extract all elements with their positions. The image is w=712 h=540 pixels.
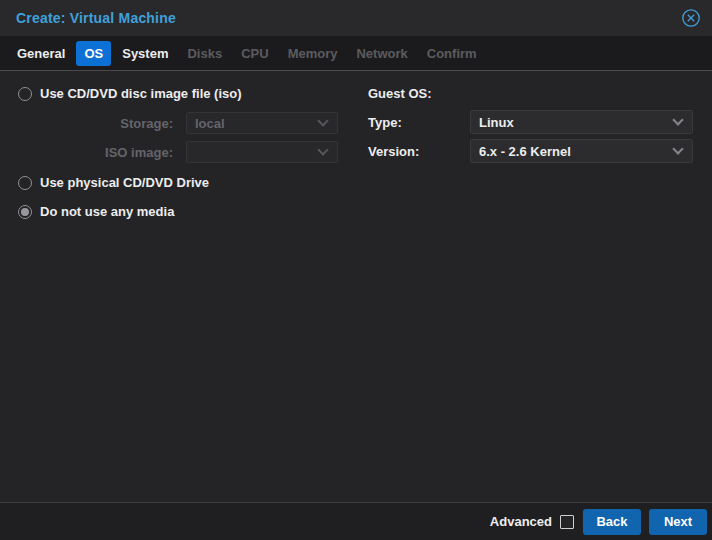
os-tab-panel: Use CD/DVD disc image file (iso) Storage…	[0, 71, 712, 502]
os-version-label: Version:	[368, 144, 419, 159]
tab-network: Network	[348, 41, 415, 66]
os-type-value: Linux	[479, 111, 668, 133]
os-version-value: 6.x - 2.6 Kernel	[479, 140, 668, 162]
storage-select: local	[186, 112, 338, 134]
radio-iso-file-label: Use CD/DVD disc image file (iso)	[40, 86, 242, 101]
radio-circle-selected-icon[interactable]	[18, 205, 32, 219]
tab-os[interactable]: OS	[76, 41, 111, 66]
radio-iso-file[interactable]: Use CD/DVD disc image file (iso)	[18, 86, 242, 101]
os-type-select[interactable]: Linux	[470, 110, 693, 134]
dialog-header: Create: Virtual Machine	[0, 0, 712, 36]
guest-os-heading: Guest OS:	[368, 86, 432, 101]
storage-label: Storage:	[60, 116, 173, 131]
iso-image-select	[186, 141, 338, 163]
advanced-label: Advanced	[490, 514, 552, 529]
tab-disks: Disks	[179, 41, 230, 66]
tab-confirm: Confirm	[419, 41, 485, 66]
chevron-down-icon	[672, 114, 683, 125]
create-vm-dialog: Create: Virtual Machine General OS Syste…	[0, 0, 712, 540]
chevron-down-icon	[317, 115, 328, 126]
radio-circle-icon[interactable]	[18, 87, 32, 101]
radio-no-media[interactable]: Do not use any media	[18, 204, 174, 219]
chevron-down-icon	[317, 144, 328, 155]
iso-image-label: ISO image:	[60, 145, 173, 160]
radio-no-media-label: Do not use any media	[40, 204, 174, 219]
dialog-title: Create: Virtual Machine	[16, 0, 176, 36]
tab-memory: Memory	[280, 41, 346, 66]
storage-value: local	[195, 113, 313, 133]
tab-general[interactable]: General	[9, 41, 73, 66]
os-version-select[interactable]: 6.x - 2.6 Kernel	[470, 139, 693, 163]
iso-image-value	[195, 142, 313, 162]
close-icon[interactable]	[681, 8, 701, 28]
os-type-label: Type:	[368, 115, 402, 130]
next-button[interactable]: Next	[649, 509, 707, 535]
chevron-down-icon	[672, 143, 683, 154]
advanced-checkbox[interactable]	[560, 515, 574, 529]
wizard-tabbar: General OS System Disks CPU Memory Netwo…	[0, 36, 712, 71]
radio-circle-icon[interactable]	[18, 176, 32, 190]
back-button[interactable]: Back	[583, 509, 641, 535]
radio-physical-drive-label: Use physical CD/DVD Drive	[40, 175, 209, 190]
tab-cpu: CPU	[233, 41, 276, 66]
radio-physical-drive[interactable]: Use physical CD/DVD Drive	[18, 175, 209, 190]
tab-system[interactable]: System	[114, 41, 176, 66]
dialog-footer: Advanced Back Next	[0, 502, 712, 540]
